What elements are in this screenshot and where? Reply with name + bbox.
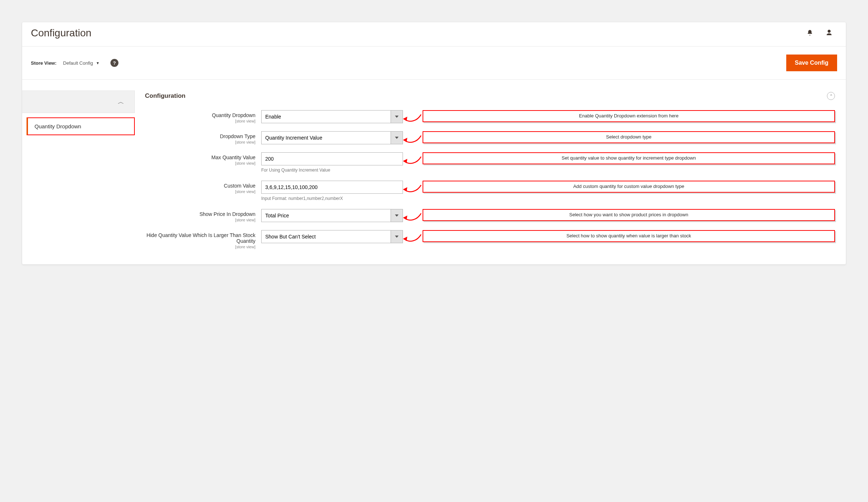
caret-down-icon <box>395 137 399 139</box>
field-row: Hide Quantity Value Which Is Larger Than… <box>145 230 835 249</box>
page-title: Configuration <box>31 27 92 39</box>
caret-down-icon: ▼ <box>96 61 100 65</box>
field-label: Max Quantity Value <box>211 154 255 160</box>
svg-marker-1 <box>403 138 407 142</box>
field-label: Show Price In Dropdown <box>199 211 255 217</box>
field-control-col <box>261 230 403 243</box>
caret-down-icon <box>395 214 399 217</box>
select-dropdown-button[interactable] <box>391 131 403 144</box>
sidebar-group-toggle[interactable]: ︿ <box>22 91 135 113</box>
field-row: Max Quantity Value[store view]For Using … <box>145 152 835 173</box>
annotation-col: Enable Quantity Dropdown extension from … <box>403 110 835 122</box>
field-scope: [store view] <box>145 189 255 194</box>
store-view-value: Default Config <box>63 60 93 66</box>
toolbar: Store View: Default Config ▼ ? Save Conf… <box>22 47 846 80</box>
field-label-col: Show Price In Dropdown[store view] <box>145 209 261 222</box>
field-control-col <box>261 209 403 222</box>
field-label-col: Max Quantity Value[store view] <box>145 152 261 165</box>
store-view-switcher[interactable]: Default Config ▼ <box>63 60 100 66</box>
field-label-col: Hide Quantity Value Which Is Larger Than… <box>145 230 261 249</box>
field-input[interactable] <box>261 181 403 194</box>
caret-down-icon <box>395 236 399 238</box>
field-select[interactable] <box>261 110 391 123</box>
field-label-col: Custom Value[store view] <box>145 181 261 194</box>
svg-marker-0 <box>403 117 407 121</box>
select-wrap <box>261 230 403 243</box>
header-actions <box>807 29 837 37</box>
fields-container: Quantity Dropdown[store view]Enable Quan… <box>145 110 835 249</box>
field-label: Quantity Dropdown <box>212 112 255 118</box>
store-view-label: Store View: <box>31 60 57 66</box>
annotation-col: Select how to show quantity when value i… <box>403 230 835 242</box>
field-label-col: Dropdown Type[store view] <box>145 131 261 144</box>
select-wrap <box>261 131 403 144</box>
field-scope: [store view] <box>145 140 255 144</box>
field-label-col: Quantity Dropdown[store view] <box>145 110 261 123</box>
field-scope: [store view] <box>145 161 255 165</box>
select-dropdown-button[interactable] <box>391 230 403 243</box>
store-scope: Store View: Default Config ▼ ? <box>31 59 118 67</box>
field-scope: [store view] <box>145 245 255 249</box>
account-icon[interactable] <box>825 29 833 37</box>
sidebar-item-quantity-dropdown[interactable]: Quantity Dropdown <box>27 117 135 135</box>
select-dropdown-button[interactable] <box>391 110 403 123</box>
field-scope: [store view] <box>145 119 255 123</box>
annotation-col: Select how you want to show product pric… <box>403 209 835 221</box>
annotation-callout: Select how you want to show product pric… <box>423 209 835 221</box>
svg-marker-3 <box>403 187 407 192</box>
section-collapse-toggle[interactable]: ⌃ <box>827 92 835 100</box>
field-control-col: Input Format: number1,number2,numberX <box>261 181 403 201</box>
field-control-col <box>261 110 403 123</box>
field-label: Dropdown Type <box>220 133 255 139</box>
field-select[interactable] <box>261 131 391 144</box>
field-row: Custom Value[store view]Input Format: nu… <box>145 181 835 201</box>
field-control-col: For Using Quantity Increment Value <box>261 152 403 173</box>
section-title: Configuration <box>145 92 185 100</box>
svg-marker-5 <box>403 237 407 241</box>
sidebar: ︿ Quantity Dropdown <box>22 91 135 135</box>
select-wrap <box>261 110 403 123</box>
config-panel: Configuration Store View: Default Config… <box>22 22 846 265</box>
annotation-col: Select dropdown type <box>403 131 835 143</box>
annotation-callout: Select how to show quantity when value i… <box>423 230 835 242</box>
section-header: Configuration ⌃ <box>145 91 835 110</box>
field-select[interactable] <box>261 209 391 222</box>
annotation-callout: Select dropdown type <box>423 131 835 143</box>
annotation-callout: Add custom quantity for custom value dro… <box>423 181 835 193</box>
field-label: Hide Quantity Value Which Is Larger Than… <box>146 232 255 244</box>
field-note: For Using Quantity Increment Value <box>261 168 403 173</box>
chevron-up-icon: ︿ <box>118 97 124 106</box>
help-icon[interactable]: ? <box>110 59 118 67</box>
annotation-col: Set quantity value to show quantity for … <box>403 152 835 164</box>
field-control-col <box>261 131 403 144</box>
content: Configuration ⌃ Quantity Dropdown[store … <box>145 91 837 257</box>
save-config-button[interactable]: Save Config <box>786 55 837 71</box>
field-row: Dropdown Type[store view]Select dropdown… <box>145 131 835 144</box>
config-body: ︿ Quantity Dropdown Configuration ⌃ Quan… <box>22 80 846 264</box>
svg-marker-2 <box>403 159 407 163</box>
field-note: Input Format: number1,number2,numberX <box>261 196 403 201</box>
select-wrap <box>261 209 403 222</box>
caret-down-icon <box>395 116 399 118</box>
page-header: Configuration <box>22 22 846 47</box>
field-label: Custom Value <box>224 183 255 189</box>
annotation-callout: Enable Quantity Dropdown extension from … <box>423 110 835 122</box>
field-row: Show Price In Dropdown[store view]Select… <box>145 209 835 222</box>
annotation-callout: Set quantity value to show quantity for … <box>423 152 835 164</box>
field-row: Quantity Dropdown[store view]Enable Quan… <box>145 110 835 123</box>
annotation-col: Add custom quantity for custom value dro… <box>403 181 835 193</box>
notifications-icon[interactable] <box>807 29 813 37</box>
chevron-up-icon: ⌃ <box>829 94 833 99</box>
select-dropdown-button[interactable] <box>391 209 403 222</box>
svg-marker-4 <box>403 216 407 220</box>
field-scope: [store view] <box>145 218 255 222</box>
field-input[interactable] <box>261 152 403 165</box>
field-select[interactable] <box>261 230 391 243</box>
